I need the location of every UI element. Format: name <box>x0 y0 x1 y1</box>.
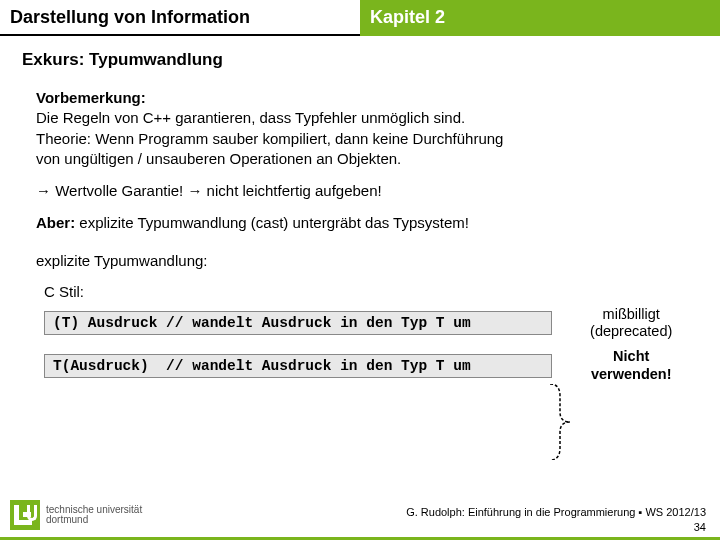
logo-text: technische universität dortmund <box>46 505 142 526</box>
slide-content: Exkurs: Typumwandlung Vorbemerkung: Die … <box>0 36 720 383</box>
slide-footer: G. Rudolph: Einführung in die Programmie… <box>406 505 706 534</box>
header-title-left: Darstellung von Information <box>0 0 360 36</box>
section-subtitle: Exkurs: Typumwandlung <box>22 50 698 70</box>
annot2-l2: verwenden! <box>591 366 672 382</box>
code-row-2: T(Ausdruck) // wandelt Ausdruck in den T… <box>44 348 698 383</box>
annotation-dont-use: Nicht verwenden! <box>552 348 698 383</box>
aber-label: Aber: <box>36 214 75 231</box>
code-row-1: (T) Ausdruck // wandelt Ausdruck in den … <box>44 306 698 341</box>
annot1-l2: (deprecated) <box>590 323 672 339</box>
vorbemerkung-line2: Theorie: Wenn Programm sauber kompiliert… <box>36 130 503 147</box>
explicit-label: explizite Typumwandlung: <box>36 252 698 269</box>
brace-icon <box>548 384 572 460</box>
logo-mark-icon <box>10 500 40 530</box>
vorbemerkung-line1: Die Regeln von C++ garantieren, dass Typ… <box>36 109 465 126</box>
logo-line2: dortmund <box>46 514 88 525</box>
vorbemerkung-label: Vorbemerkung: <box>36 89 146 106</box>
cstil-label: C Stil: <box>44 283 698 300</box>
aber-text: explizite Typumwandlung (cast) untergräb… <box>75 214 469 231</box>
header-title-right: Kapitel 2 <box>360 0 720 36</box>
annot2-l1: Nicht <box>613 348 649 364</box>
annotation-deprecated: mißbilligt (deprecated) <box>552 306 698 341</box>
aber-line: Aber: explizite Typumwandlung (cast) unt… <box>36 213 698 233</box>
vorbemerkung-block: Vorbemerkung: Die Regeln von C++ garanti… <box>36 88 698 169</box>
code-box-1: (T) Ausdruck // wandelt Ausdruck in den … <box>44 311 552 335</box>
garantie-line: → Wertvolle Garantie! → nicht leichtfert… <box>36 181 698 201</box>
footer-line: G. Rudolph: Einführung in die Programmie… <box>406 506 706 518</box>
code-box-2: T(Ausdruck) // wandelt Ausdruck in den T… <box>44 354 552 378</box>
footer-page: 34 <box>694 521 706 533</box>
logo-line1: technische universität <box>46 504 142 515</box>
tu-dortmund-logo: technische universität dortmund <box>10 500 142 530</box>
vorbemerkung-line3: von ungültigen / unsauberen Operationen … <box>36 150 401 167</box>
slide-header: Darstellung von Information Kapitel 2 <box>0 0 720 36</box>
annot1-l1: mißbilligt <box>603 306 660 322</box>
